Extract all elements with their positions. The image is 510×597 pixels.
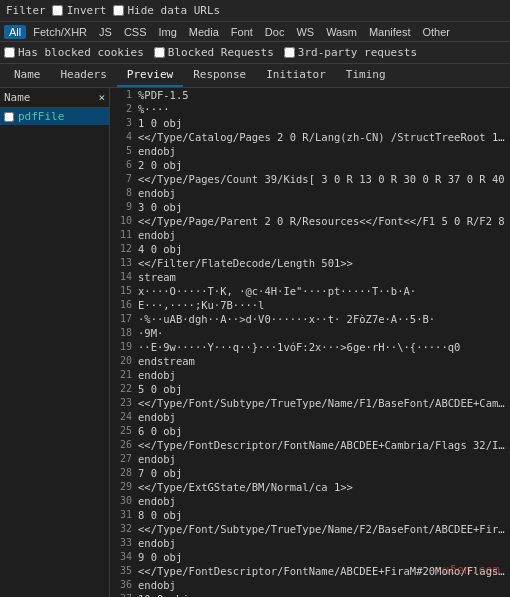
table-row: 31 0 obj: [110, 116, 510, 130]
line-number: 23: [110, 396, 138, 410]
line-number: 15: [110, 284, 138, 298]
table-row: 93 0 obj: [110, 200, 510, 214]
table-row: 14stream: [110, 270, 510, 284]
line-content: <</Type/FontDescriptor/FontName/ABCDEE+C…: [138, 438, 510, 452]
line-number: 2: [110, 102, 138, 116]
table-row: 2%····: [110, 102, 510, 116]
line-number: 14: [110, 270, 138, 284]
line-content: <</Type/Font/Subtype/TrueType/Name/F2/Ba…: [138, 522, 510, 536]
filter-label: Filter: [6, 4, 46, 17]
table-row: 26<</Type/FontDescriptor/FontName/ABCDEE…: [110, 438, 510, 452]
has-blocked-cookies-checkbox[interactable]: [4, 47, 15, 58]
type-btn-font[interactable]: Font: [226, 25, 258, 39]
table-row: 35<</Type/FontDescriptor/FontName/ABCDEE…: [110, 564, 510, 578]
line-content: 10 0 obj: [138, 592, 510, 597]
blocked-requests-label[interactable]: Blocked Requests: [168, 46, 274, 59]
type-btn-doc[interactable]: Doc: [260, 25, 290, 39]
line-content: 7 0 obj: [138, 466, 510, 480]
blocked-requests-checkbox[interactable]: [154, 47, 165, 58]
table-row: 62 0 obj: [110, 158, 510, 172]
line-content: 1 0 obj: [138, 116, 510, 130]
line-content: 3 0 obj: [138, 200, 510, 214]
line-content: endobj: [138, 452, 510, 466]
tab-name[interactable]: Name: [4, 64, 51, 87]
table-row: 36endobj: [110, 578, 510, 592]
invert-group: Invert: [52, 4, 107, 17]
line-content: <</Type/Page/Parent 2 0 R/Resources<</Fo…: [138, 214, 510, 228]
has-blocked-cookies-label[interactable]: Has blocked cookies: [18, 46, 144, 59]
table-row: 4<</Type/Catalog/Pages 2 0 R/Lang(zh-CN)…: [110, 130, 510, 144]
line-number: 9: [110, 200, 138, 214]
line-content: <</Type/Catalog/Pages 2 0 R/Lang(zh-CN) …: [138, 130, 510, 144]
table-row: 24endobj: [110, 410, 510, 424]
line-content: stream: [138, 270, 510, 284]
has-blocked-cookies-item: Has blocked cookies: [4, 46, 144, 59]
hide-data-urls-label[interactable]: Hide data URLs: [128, 4, 221, 17]
close-icon[interactable]: ×: [98, 91, 105, 104]
invert-checkbox[interactable]: [52, 5, 63, 16]
line-content: endobj: [138, 536, 510, 550]
invert-label[interactable]: Invert: [67, 4, 107, 17]
table-row: 29<</Type/ExtGState/BM/Normal/ca 1>>: [110, 480, 510, 494]
hide-data-urls-checkbox[interactable]: [113, 5, 124, 16]
type-btn-media[interactable]: Media: [184, 25, 224, 39]
line-content: endobj: [138, 578, 510, 592]
table-row: 318 0 obj: [110, 508, 510, 522]
table-row: 349 0 obj: [110, 550, 510, 564]
line-number: 10: [110, 214, 138, 228]
line-number: 32: [110, 522, 138, 536]
table-row: 23<</Type/Font/Subtype/TrueType/Name/F1/…: [110, 396, 510, 410]
line-content: E···,····;Ku·7B····l: [138, 298, 510, 312]
type-btn-img[interactable]: Img: [154, 25, 182, 39]
table-row: 5endobj: [110, 144, 510, 158]
file-list-item[interactable]: pdfFile: [0, 108, 109, 125]
table-row: 16 E···,····;Ku·7B····l: [110, 298, 510, 312]
file-list-header: Name ×: [0, 88, 109, 108]
third-party-checkbox[interactable]: [284, 47, 295, 58]
type-btn-all[interactable]: All: [4, 25, 26, 39]
table-row: 225 0 obj: [110, 382, 510, 396]
type-btn-js[interactable]: JS: [94, 25, 117, 39]
tab-response[interactable]: Response: [183, 64, 256, 87]
table-row: 11endobj: [110, 228, 510, 242]
table-row: 8endobj: [110, 186, 510, 200]
main-area: Name × pdfFile 1%PDF-1.52%····31 0 obj4<…: [0, 88, 510, 597]
line-number: 22: [110, 382, 138, 396]
type-btn-fetch_xhr[interactable]: Fetch/XHR: [28, 25, 92, 39]
table-row: 33endobj: [110, 536, 510, 550]
line-number: 11: [110, 228, 138, 242]
code-view[interactable]: 1%PDF-1.52%····31 0 obj4<</Type/Catalog/…: [110, 88, 510, 597]
type-btn-css[interactable]: CSS: [119, 25, 152, 39]
file-item-checkbox[interactable]: [4, 112, 14, 122]
line-number: 20: [110, 354, 138, 368]
tab-preview[interactable]: Preview: [117, 64, 183, 87]
type-btn-wasm[interactable]: Wasm: [321, 25, 362, 39]
line-number: 26: [110, 438, 138, 452]
line-number: 33: [110, 536, 138, 550]
tab-timing[interactable]: Timing: [336, 64, 396, 87]
table-row: 17·%··uAB·dgh··A··>d·V0······x··t· 2FòZ7…: [110, 312, 510, 326]
type-btn-other[interactable]: Other: [417, 25, 455, 39]
line-content: endobj: [138, 410, 510, 424]
tab-initiator[interactable]: Initiator: [256, 64, 336, 87]
third-party-label[interactable]: 3rd-party requests: [298, 46, 417, 59]
tab-headers[interactable]: Headers: [51, 64, 117, 87]
line-number: 19: [110, 340, 138, 354]
type-btn-manifest[interactable]: Manifest: [364, 25, 416, 39]
name-column-header: Name: [4, 91, 31, 104]
line-content: endobj: [138, 144, 510, 158]
line-content: <</Filter/FlateDecode/Length 501>>: [138, 256, 510, 270]
line-number: 12: [110, 242, 138, 256]
line-number: 16: [110, 298, 138, 312]
line-number: 27: [110, 452, 138, 466]
tab-row: NameHeadersPreviewResponseInitiatorTimin…: [0, 64, 510, 88]
type-btn-ws[interactable]: WS: [291, 25, 319, 39]
line-content: endobj: [138, 494, 510, 508]
table-row: 10<</Type/Page/Parent 2 0 R/Resources<</…: [110, 214, 510, 228]
line-number: 8: [110, 186, 138, 200]
line-number: 34: [110, 550, 138, 564]
file-list: Name × pdfFile: [0, 88, 110, 597]
line-content: 6 0 obj: [138, 424, 510, 438]
line-content: %····: [138, 102, 510, 116]
table-row: 30endobj: [110, 494, 510, 508]
